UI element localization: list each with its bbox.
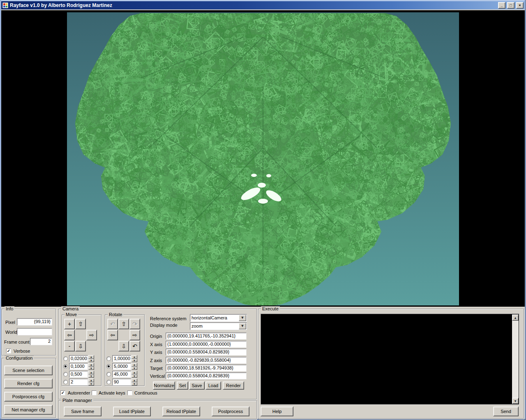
spin-up-icon[interactable]: ▲ [88,363,94,367]
spin-down-icon[interactable]: ▼ [88,359,94,363]
target-field[interactable]: {0.000000,18.581926,-9.794938} [166,365,247,372]
move-step-radio-3[interactable] [63,372,68,376]
render-cfg-button[interactable]: Render cfg [4,379,53,388]
frame-count-field[interactable]: 2 [30,338,52,345]
close-button-icon[interactable]: × [516,2,524,9]
move-step-field-3[interactable]: 0,500 [69,371,88,378]
spin-down-icon[interactable]: ▼ [88,374,94,378]
roll-cw-icon[interactable]: ↷ [129,319,140,329]
render-button[interactable]: Render [223,381,244,390]
pixel-label: Pixel [5,320,15,325]
vertical-label: Vertical [150,374,165,379]
spin-up-icon[interactable]: ▲ [132,379,137,382]
rotate-step-radio-1[interactable] [106,356,111,361]
y-axis-field[interactable]: {0.000000,0.558004,0.829839} [166,349,247,356]
spin-up-icon[interactable]: ▲ [132,355,137,359]
spin-down-icon[interactable]: ▼ [132,359,137,363]
spin-up-icon[interactable]: ▲ [88,379,94,382]
move-forward-button[interactable]: + [64,319,75,329]
postprocess-cfg-button[interactable]: Postprocess cfg [4,392,53,402]
reload-tpplate-button[interactable]: Reload tPplate [162,406,200,416]
move-right-icon[interactable]: ⇨ [86,330,97,340]
postprocess-button[interactable]: Postprocess [212,406,249,416]
spin-down-icon[interactable]: ▼ [88,367,94,370]
x-axis-field[interactable]: {1.000000,0.000000,-0.000000} [166,341,247,348]
origin-field[interactable]: {0.000000,19.411765,-10.352941} [166,333,247,340]
execute-console[interactable]: ▲ ▼ [261,314,519,405]
normalize-button[interactable]: Normalize [153,381,175,390]
rotate-step-field-4[interactable]: 90 [112,379,131,386]
display-mode-value: zoom [191,324,203,328]
dropdown-arrow-icon[interactable]: ▼ [239,323,246,329]
save-button[interactable]: Save [189,381,205,390]
roll-ccw-icon[interactable]: ↶ [107,319,118,329]
help-button[interactable]: Help [261,406,293,416]
vertical-field[interactable]: {0.000000,0.558004,0.829839} [166,372,247,379]
console-scrollbar[interactable]: ▲ ▼ [512,314,519,404]
minimize-button-icon[interactable]: _ [498,2,505,9]
rotate-down-icon[interactable]: ⇩ [118,341,129,351]
load-tpplate-button[interactable]: Load tPplate [113,406,151,416]
rotate-right-icon[interactable]: ⇨ [129,330,140,340]
app-icon [2,2,8,8]
z-axis-label: Z axis [150,358,162,363]
window-title: Rayface v1.0 by Alberto Rodriguez Martin… [10,2,496,8]
move-step-radio-2[interactable] [63,364,68,369]
verbose-checkbox[interactable]: ✓ [6,349,11,353]
rotate-step-radio-3[interactable] [106,372,111,376]
world-field[interactable] [17,328,52,335]
dropdown-arrow-icon[interactable]: ▼ [239,315,246,321]
display-mode-select[interactable]: zoom ▼ [190,322,247,330]
maximize-button-icon[interactable]: □ [507,2,514,9]
y-axis-label: Y axis [150,350,162,355]
rotate-step-field-3[interactable]: 45,000 [112,371,131,378]
set-button[interactable]: Set [177,381,188,390]
move-step-field-1[interactable]: 0,02000 [69,355,88,362]
save-frame-button[interactable]: Save frame [64,406,102,416]
scroll-down-icon[interactable]: ▼ [512,398,519,404]
net-manager-cfg-button[interactable]: Net manager cfg [4,405,53,415]
move-step-radio-1[interactable] [63,356,68,361]
rotate-step-radio-2[interactable] [106,364,111,369]
z-axis-field[interactable]: {0.000000,-0.829839,0.558004} [166,357,247,364]
move-step-radio-4[interactable] [63,380,68,384]
configuration-group-title: Configuration [5,356,34,360]
move-up-icon[interactable]: ⇧ [75,319,86,329]
spin-down-icon[interactable]: ▼ [88,382,94,386]
spin-down-icon[interactable]: ▼ [132,382,137,386]
scene-selection-button[interactable]: Scene selection [4,365,53,375]
load-button[interactable]: Load [205,381,221,390]
rotate-180-icon[interactable]: ↶ [129,341,140,351]
rotate-up-icon[interactable]: ⇧ [118,319,129,329]
execute-group-title: Execute [261,306,280,311]
rotate-left-icon[interactable]: ⇦ [107,330,118,340]
spin-up-icon[interactable]: ▲ [132,371,137,374]
rotate-group-title: Rotate [108,312,123,317]
move-group-title: Move [65,312,78,317]
rotate-step-radio-4[interactable] [106,380,111,384]
spin-up-icon[interactable]: ▲ [88,355,94,359]
rotate-step-field-2[interactable]: 5,0000 [112,363,131,370]
spin-down-icon[interactable]: ▼ [132,367,137,370]
rotate-step-field-1[interactable]: 1,00000 [112,355,131,362]
pixel-field[interactable]: {99,119} [17,318,52,326]
reference-system-label: Reference system [150,316,187,321]
verbose-label: Verbose [14,349,30,354]
render-view[interactable] [67,12,459,305]
move-step-field-2[interactable]: 0,1000 [69,363,88,370]
title-bar[interactable]: Rayface v1.0 by Alberto Rodriguez Martin… [1,1,525,9]
spin-down-icon[interactable]: ▼ [132,374,137,378]
autorender-checkbox[interactable]: ✓ [60,390,65,395]
move-step-field-4[interactable]: 2 [69,379,88,386]
move-down-icon[interactable]: ⇩ [75,341,86,351]
spin-up-icon[interactable]: ▲ [132,363,137,367]
activate-keys-checkbox[interactable] [92,390,97,395]
move-backward-button[interactable]: - [64,341,75,351]
continuous-checkbox[interactable] [127,390,132,395]
info-group-title: Info [5,306,14,311]
move-left-icon[interactable]: ⇦ [64,330,75,340]
send-button[interactable]: Send [493,406,519,416]
scroll-up-icon[interactable]: ▲ [512,314,519,321]
reference-system-select[interactable]: horizontalCamera ▼ [190,314,247,322]
spin-up-icon[interactable]: ▲ [88,371,94,374]
